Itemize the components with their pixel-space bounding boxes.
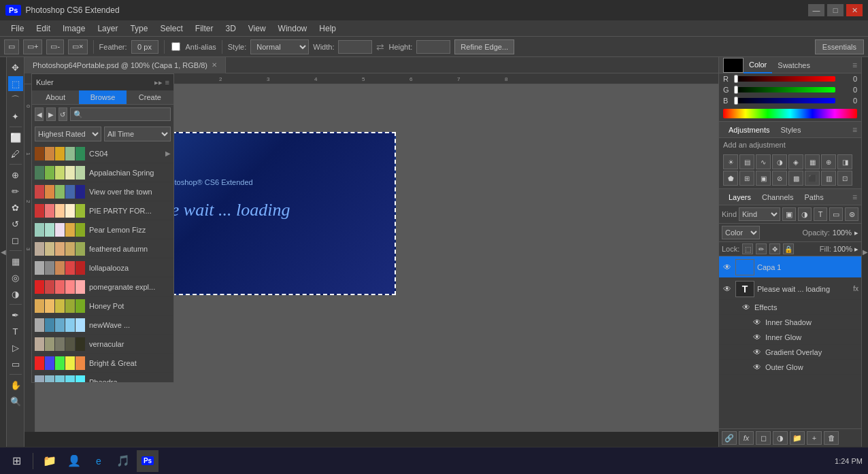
adj-vibrance-icon[interactable]: ◈: [788, 154, 803, 169]
magic-wand-tool[interactable]: ✦: [8, 109, 23, 124]
menu-edit[interactable]: Edit: [31, 22, 56, 35]
color-spectrum[interactable]: [723, 109, 857, 118]
tab-paths[interactable]: Paths: [799, 189, 829, 205]
lock-transparent-icon[interactable]: ⬚: [742, 243, 753, 254]
effect-inner-shadow[interactable]: 👁 Inner Shadow: [719, 315, 861, 330]
menu-filter[interactable]: Filter: [190, 22, 219, 35]
layer-mask-btn[interactable]: ◻: [756, 431, 771, 445]
taskbar-user-btn[interactable]: 👤: [63, 450, 85, 472]
swap-icon[interactable]: ⇄: [376, 41, 384, 52]
right-panel-collapse[interactable]: ▶: [861, 57, 868, 447]
width-input[interactable]: [338, 40, 372, 54]
gradient-overlay-eye[interactable]: 👁: [752, 347, 763, 358]
maximize-button[interactable]: □: [827, 4, 844, 16]
selection-tool-btn[interactable]: ▭: [4, 39, 19, 54]
height-input[interactable]: [416, 40, 450, 54]
kuler-list-item[interactable]: Honey Pot: [32, 297, 173, 316]
crop-tool[interactable]: ⬜: [8, 130, 23, 145]
kuler-tab-create[interactable]: Create: [127, 90, 173, 104]
selection-add-btn[interactable]: ▭+: [23, 39, 42, 54]
kuler-list-item[interactable]: Bright & Great: [32, 354, 173, 373]
kuler-list-item[interactable]: Pear Lemon Fizz: [32, 220, 173, 239]
kuler-time-select[interactable]: All Time Past Week Past Month: [104, 126, 171, 141]
start-button[interactable]: ⊞: [5, 450, 27, 472]
layers-filter-adj[interactable]: ◑: [798, 207, 812, 221]
adj-colorlookup-icon[interactable]: ▣: [756, 171, 771, 186]
selection-sub-btn[interactable]: ▭-: [46, 39, 64, 54]
color-preview-swatch[interactable]: [723, 58, 744, 73]
outer-glow-eye[interactable]: 👁: [752, 362, 763, 373]
menu-select[interactable]: Select: [154, 22, 188, 35]
selection-intersect-btn[interactable]: ▭×: [68, 39, 87, 54]
layer-eye-capa1[interactable]: 👁: [722, 262, 733, 273]
menu-layer[interactable]: Layer: [92, 22, 123, 35]
layer-new-btn[interactable]: +: [807, 431, 822, 445]
antialias-checkbox[interactable]: [171, 42, 180, 51]
blur-tool[interactable]: ◎: [8, 270, 23, 285]
taskbar-ie-btn[interactable]: e: [88, 450, 110, 472]
eraser-tool[interactable]: ◻: [8, 233, 23, 248]
adj-colorbalance-icon[interactable]: ⊕: [821, 154, 836, 169]
kuler-list-item[interactable]: lollapalooza: [32, 258, 173, 277]
kuler-sort-select[interactable]: Highest Rated Most Recent Random: [35, 126, 101, 141]
adj-channelmixer-icon[interactable]: ⊞: [739, 171, 754, 186]
menu-image[interactable]: Image: [57, 22, 90, 35]
close-button[interactable]: ✕: [846, 4, 863, 16]
lock-all-icon[interactable]: 🔒: [783, 243, 794, 254]
selection-tool[interactable]: ⬚: [8, 76, 23, 91]
tab-styles[interactable]: Styles: [775, 122, 807, 138]
layers-filter-shape[interactable]: ▭: [829, 207, 843, 221]
adj-invert-icon[interactable]: ⊘: [772, 171, 787, 186]
eyedropper-tool[interactable]: 🖊: [8, 146, 23, 161]
menu-3d[interactable]: 3D: [220, 22, 241, 35]
refine-edge-button[interactable]: Refine Edge...: [454, 39, 514, 54]
kuler-prev-btn[interactable]: ◀: [35, 107, 44, 121]
layers-panel-menu-icon[interactable]: ≡: [852, 192, 857, 202]
layer-delete-btn[interactable]: 🗑: [824, 431, 839, 445]
path-tool[interactable]: ▷: [8, 340, 23, 355]
kuler-menu-icon[interactable]: ≡: [165, 78, 169, 87]
effect-gradient-overlay[interactable]: 👁 Gradient Overlay: [719, 345, 861, 360]
adj-panel-menu-icon[interactable]: ≡: [852, 125, 857, 135]
move-tool[interactable]: ✥: [8, 60, 23, 75]
menu-window[interactable]: Window: [273, 22, 313, 35]
taskbar-folder-btn[interactable]: 📁: [39, 450, 61, 472]
kuler-list-item[interactable]: feathered autumn: [32, 239, 173, 258]
effect-inner-glow[interactable]: 👁 Inner Glow: [719, 330, 861, 345]
spot-heal-tool[interactable]: ⊕: [8, 167, 23, 182]
shape-tool[interactable]: ▭: [8, 356, 23, 371]
adj-bw-icon[interactable]: ◨: [837, 154, 852, 169]
tab-swatches[interactable]: Swatches: [772, 57, 816, 73]
effect-outer-glow[interactable]: 👁 Outer Glow: [719, 360, 861, 375]
hand-tool[interactable]: ✋: [8, 377, 23, 392]
tab-close-icon[interactable]: ✕: [212, 61, 217, 69]
opacity-arrow[interactable]: ▸: [854, 228, 858, 237]
dodge-tool[interactable]: ◑: [8, 286, 23, 301]
adj-levels-icon[interactable]: ▤: [739, 154, 754, 169]
style-select[interactable]: Normal Fixed Ratio Fixed Size: [250, 39, 309, 54]
kuler-list-item[interactable]: PIE PARTY FOR...: [32, 201, 173, 220]
adj-exposure-icon[interactable]: ◑: [772, 154, 787, 169]
clone-tool[interactable]: ✿: [8, 200, 23, 215]
adj-threshold-icon[interactable]: ⬛: [805, 171, 820, 186]
adj-photofilter-icon[interactable]: ⬟: [723, 171, 738, 186]
taskbar-media-btn[interactable]: 🎵: [112, 450, 134, 472]
menu-help[interactable]: Help: [314, 22, 341, 35]
zoom-tool[interactable]: 🔍: [8, 394, 23, 409]
adj-hsl-icon[interactable]: ▦: [805, 154, 820, 169]
layers-filter-smart[interactable]: ⊛: [845, 207, 858, 221]
gradient-tool[interactable]: ▦: [8, 254, 23, 269]
b-slider-thumb[interactable]: [734, 97, 738, 105]
lasso-tool[interactable]: ⌒: [8, 92, 23, 107]
kuler-header[interactable]: Kuler ▸▸ ≡: [32, 74, 173, 90]
layers-filter-type[interactable]: T: [814, 207, 827, 221]
color-mode-select[interactable]: Color: [722, 226, 760, 239]
kuler-list-item[interactable]: Appalachian Spring: [32, 163, 173, 182]
menu-type[interactable]: Type: [124, 22, 153, 35]
layer-row-capa1[interactable]: 👁 Capa 1: [719, 256, 861, 278]
menu-view[interactable]: View: [243, 22, 271, 35]
tab-channels[interactable]: Channels: [756, 189, 799, 205]
layer-adj-btn[interactable]: ◑: [773, 431, 788, 445]
left-panel-collapse[interactable]: ◀: [0, 57, 7, 447]
brush-tool[interactable]: ✏: [8, 184, 23, 199]
